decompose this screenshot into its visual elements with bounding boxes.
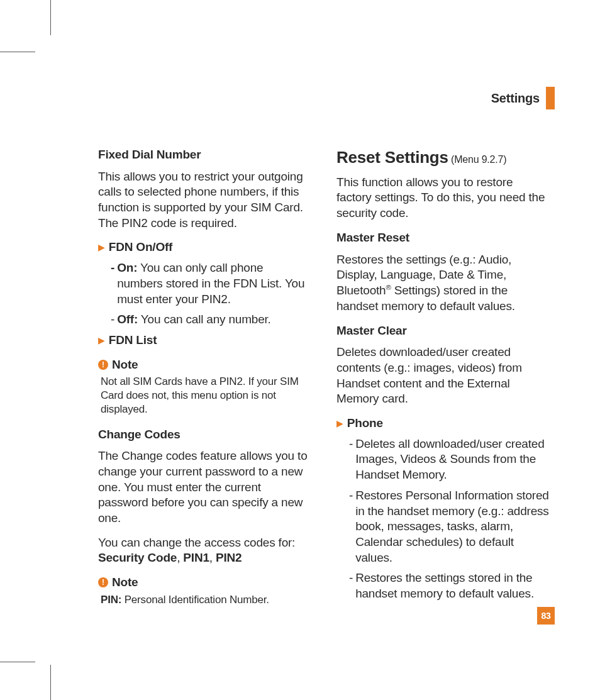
reset-intro: This function allows you to restore fact… xyxy=(336,175,550,221)
off-label: Off: xyxy=(117,313,138,326)
on-text: You can only call phone numbers stored i… xyxy=(117,261,304,305)
crop-mark xyxy=(50,0,51,35)
triangle-icon: ▶ xyxy=(336,416,343,431)
sub-item-text: Deletes all downloaded/user created Imag… xyxy=(355,436,550,483)
bullet-fdn-onoff: ▶ FDN On/Off xyxy=(98,240,311,255)
content-columns: Fixed Dial Number This allows you to res… xyxy=(45,147,555,617)
bullet-label: FDN On/Off xyxy=(109,240,172,255)
registered-icon: ® xyxy=(386,284,391,291)
triangle-icon: ▶ xyxy=(98,333,105,348)
header-accent-tab xyxy=(546,87,555,109)
bullet-fdn-list: ▶ FDN List xyxy=(98,333,311,348)
page-number: 83 xyxy=(537,607,555,625)
change-codes-p1: The Change codes feature allows you to c… xyxy=(98,448,311,526)
crop-mark xyxy=(0,52,35,52)
master-reset-heading: Master Reset xyxy=(336,230,550,246)
note-icon: ! xyxy=(98,360,108,370)
header-title: Settings xyxy=(491,90,540,106)
change-codes-heading: Change Codes xyxy=(98,427,311,443)
sub-item-text: Off: You can call any number. xyxy=(117,312,271,328)
fdn-intro: This allows you to restrict your outgoin… xyxy=(98,169,311,231)
dash: - xyxy=(111,312,114,328)
note-header: ! Note xyxy=(98,575,311,591)
sub-item-on: - On: You can only call phone numbers st… xyxy=(111,260,311,307)
code-c: PIN2 xyxy=(216,551,242,564)
sub-item-text: Restores Personal Information stored in … xyxy=(355,488,550,565)
master-clear-body: Deletes downloaded/user created contents… xyxy=(336,345,550,407)
off-text: You can call any number. xyxy=(138,313,271,326)
phone-sublist: - Deletes all downloaded/user created Im… xyxy=(336,436,550,602)
bullet-phone: ▶ Phone xyxy=(336,416,550,431)
onoff-sublist: - On: You can only call phone numbers st… xyxy=(98,260,311,328)
fdn-heading: Fixed Dial Number xyxy=(98,147,311,163)
dash: - xyxy=(349,436,353,483)
note-title: Note xyxy=(112,575,138,591)
master-reset-body: Restores the settings (e.g.: Audio, Disp… xyxy=(336,252,550,314)
codes-pre: You can change the access codes for: xyxy=(98,536,295,549)
sep: , xyxy=(209,551,216,564)
reset-menu-ref: (Menu 9.2.7) xyxy=(448,154,507,165)
sub-item-off: - Off: You can call any number. xyxy=(111,312,311,328)
note-title: Note xyxy=(112,357,138,373)
manual-page: Settings Fixed Dial Number This allows y… xyxy=(0,0,600,700)
note-body: PIN: Personal Identification Number. xyxy=(101,593,311,607)
triangle-icon: ▶ xyxy=(98,240,105,255)
code-b: PIN1 xyxy=(183,551,209,564)
dash: - xyxy=(111,260,114,307)
reset-settings-title: Reset Settings (Menu 9.2.7) xyxy=(336,147,550,169)
crop-mark xyxy=(50,665,51,700)
note-body: Not all SIM Cards have a PIN2. If your S… xyxy=(101,375,311,416)
note-header: ! Note xyxy=(98,357,311,373)
pin-label: PIN: xyxy=(101,594,121,606)
dash: - xyxy=(349,570,353,601)
sub-item-text: Restores the settings stored in the hand… xyxy=(355,570,550,601)
page-header: Settings xyxy=(45,87,555,109)
master-clear-heading: Master Clear xyxy=(336,323,550,339)
bullet-label: Phone xyxy=(347,416,383,431)
left-column: Fixed Dial Number This allows you to res… xyxy=(98,147,311,617)
code-a: Security Code xyxy=(98,551,177,564)
sep: , xyxy=(177,551,183,564)
dash: - xyxy=(349,488,353,565)
note-icon: ! xyxy=(98,577,108,587)
sub-item: - Restores the settings stored in the ha… xyxy=(349,570,550,601)
crop-mark xyxy=(0,662,35,662)
right-column: Reset Settings (Menu 9.2.7) This functio… xyxy=(336,147,550,617)
reset-title-text: Reset Settings xyxy=(336,148,448,167)
sub-item: - Deletes all downloaded/user created Im… xyxy=(349,436,550,483)
change-codes-p2: You can change the access codes for: Sec… xyxy=(98,535,311,566)
pin-def: Personal Identification Number. xyxy=(121,594,269,606)
sub-item-text: On: You can only call phone numbers stor… xyxy=(117,260,311,307)
on-label: On: xyxy=(117,261,137,274)
bullet-label: FDN List xyxy=(109,333,157,348)
sub-item: - Restores Personal Information stored i… xyxy=(349,488,550,565)
